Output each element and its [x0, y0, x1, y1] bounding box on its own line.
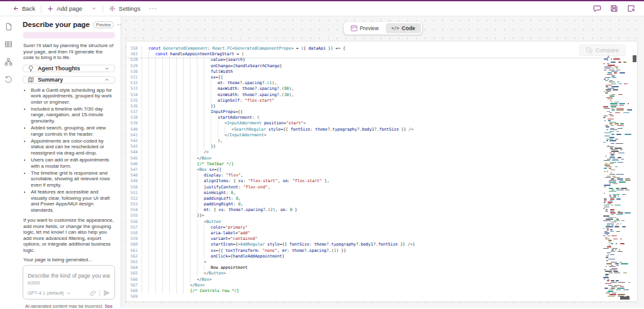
code-editor[interactable]: Compare 358const GeneratedComponent: Rea…: [126, 41, 638, 302]
code-line: 543}}: [126, 144, 637, 149]
line-number: 540: [126, 127, 142, 133]
back-button[interactable]: Back: [8, 1, 40, 16]
code-line: 545</Box>: [126, 156, 637, 161]
code-line: 553paddingRight: 0,: [126, 202, 637, 207]
line-number: 363: [126, 52, 142, 57]
view-toggle: Preview </> Code: [343, 22, 422, 35]
line-number: 559: [126, 236, 142, 242]
line-number: 544: [126, 149, 142, 155]
char-counter: 0/2000: [28, 281, 110, 285]
scrollbar-thumb[interactable]: [633, 55, 636, 62]
model-selector[interactable]: GPT-4.1 (default): [28, 290, 64, 296]
summary-list: Built a Gantt-style scheduling app for w…: [31, 87, 115, 214]
add-page-button[interactable]: Add page: [43, 1, 87, 16]
code-line: 560startIcon={<AddRegular style={{ fontS…: [126, 242, 637, 247]
panel-title: Describe your page: [23, 21, 90, 28]
topbar-divider: [103, 5, 103, 13]
pages-icon[interactable]: [4, 23, 13, 31]
code-line: 566</Box>: [126, 277, 637, 283]
flows-icon[interactable]: [4, 58, 13, 66]
tab-preview[interactable]: Preview: [345, 23, 384, 33]
code-line: 549alignItems: { xs: "flex-start", sm: "…: [126, 178, 637, 184]
copilot-panel: Describe your page Preview ··· Sure! I'l…: [17, 16, 121, 308]
more-commands-button[interactable]: ···: [145, 1, 162, 16]
compare-button[interactable]: Compare: [579, 45, 626, 56]
code-line: 568{/* Controls row */}: [126, 288, 637, 294]
code-line: 569: [126, 294, 637, 300]
agent-thoughts-section[interactable]: Agent Thoughts: [23, 65, 115, 72]
code-line: 548display: "flex",: [126, 173, 637, 178]
code-line: 557color="primary": [126, 225, 637, 230]
code-icon: </>: [391, 26, 399, 31]
topbar-divider: [41, 5, 42, 13]
line-number: 565: [126, 271, 142, 276]
canvas-area: Preview </> Code Compare 358const Genera…: [121, 16, 644, 308]
code-line: 537InputProps={{: [126, 109, 637, 115]
tab-code[interactable]: </> Code: [386, 23, 421, 33]
code-line: 534minWidth: theme?.spacing?.(30),: [126, 92, 637, 98]
line-number: 568: [126, 288, 142, 294]
prompt-input[interactable]: [28, 273, 110, 279]
assistant-outro-text: If you want to customize the appearance,…: [23, 217, 114, 254]
code-line: 546{/* Toolbar */}: [126, 161, 637, 167]
line-number: 537: [126, 109, 142, 115]
code-line: 558aria-label="add": [126, 230, 637, 236]
code-line: 530fullWidth: [126, 69, 637, 75]
publish-icon[interactable]: [627, 4, 635, 13]
summary-bullet: All features are accessible and visually…: [31, 189, 115, 213]
vertical-scrollbar[interactable]: [632, 41, 637, 301]
code-line: 550justifyContent: "flex-end",: [126, 185, 637, 190]
attach-icon[interactable]: [90, 290, 96, 296]
compare-label: Compare: [596, 47, 619, 53]
line-number: 554: [126, 207, 142, 213]
ai-disclaimer: AI-generated content may be incorrect. S…: [23, 303, 115, 308]
code-line: 363const handleAppointmentDragStart = (: [126, 52, 637, 57]
chevron-down-icon: [66, 291, 71, 296]
disclaimer-text: AI-generated content may be incorrect.: [25, 303, 103, 308]
line-number: 561: [126, 248, 142, 254]
left-nav-rail: [0, 16, 17, 308]
line-number: 536: [126, 104, 142, 109]
add-page-label: Add page: [57, 5, 82, 12]
comments-icon[interactable]: [593, 4, 601, 13]
summary-bullet: Users can add or edit appointments with …: [31, 157, 115, 169]
line-number: 557: [126, 225, 142, 230]
line-number: 538: [126, 115, 142, 121]
code-line: 563>: [126, 259, 637, 265]
minimap[interactable]: [602, 54, 632, 299]
code-line: 538startAdornment: (: [126, 115, 637, 121]
chevron-down-icon: [104, 65, 110, 72]
code-line: 539<InputAdornment position="start">: [126, 121, 637, 126]
line-number: 564: [126, 265, 142, 271]
line-number: 553: [126, 202, 142, 207]
code-line: 535alignSelf: "flex-start": [126, 98, 637, 104]
topbar: Back Add page Settings ···: [0, 0, 644, 16]
chevron-up-icon: [104, 77, 110, 83]
data-table-icon[interactable]: [4, 40, 13, 48]
line-number: 556: [126, 219, 142, 225]
save-icon[interactable]: [610, 4, 618, 13]
panel-more-icon[interactable]: ···: [117, 21, 121, 28]
code-line: 552paddingLeft: 0,: [126, 196, 637, 202]
settings-button[interactable]: Settings: [104, 1, 145, 16]
line-number: 566: [126, 277, 142, 283]
code-line: 554mt: { xs: theme?.spacing?.(2), sm: 0 …: [126, 207, 637, 213]
add-page-split-dropdown[interactable]: [87, 1, 101, 16]
plus-icon: [47, 6, 53, 12]
send-icon[interactable]: [103, 290, 110, 296]
code-line: 547<Box sx={{: [126, 167, 637, 173]
line-number: 560: [126, 242, 142, 247]
summary-section[interactable]: Summary: [23, 76, 115, 84]
horizontal-scrollbar-thumb[interactable]: [620, 296, 630, 300]
summary-bullet: Appointments are color-coded by status a…: [31, 138, 115, 156]
line-number: 530: [126, 69, 142, 75]
line-number: 528: [126, 57, 142, 63]
code-line: 562onClick={handleAddAppointment}: [126, 254, 637, 259]
line-number: 543: [126, 144, 142, 149]
chevron-down-icon: [91, 6, 97, 11]
line-number: 534: [126, 92, 142, 98]
history-icon[interactable]: [4, 75, 13, 84]
lightbulb-icon: [28, 65, 34, 72]
page-thumbnail[interactable]: [23, 32, 115, 38]
code-line: 528value={search}: [126, 57, 637, 63]
